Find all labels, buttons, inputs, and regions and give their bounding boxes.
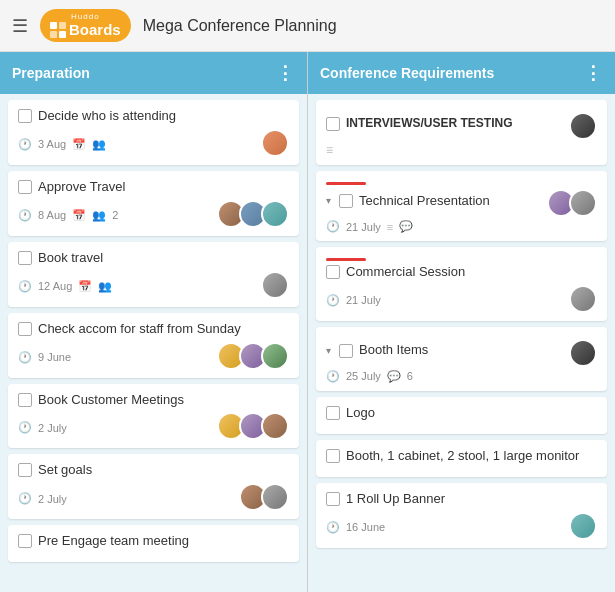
card-checkbox[interactable] [326,406,340,420]
card-date: 3 Aug [38,138,66,150]
avatar [261,483,289,511]
clock-icon: 🕐 [326,220,340,233]
card-logo: Logo [316,397,607,434]
card-checkbox[interactable] [339,344,353,358]
user-count: 2 [112,209,118,221]
card-title: Pre Engage team meeting [38,533,189,550]
card-booth-items: ▾ Booth Items 🕐 25 July 💬 6 [316,327,607,391]
card-date: 21 July [346,294,381,306]
card-checkbox[interactable] [326,117,340,131]
main-content: Preparation ⋮ Decide who is attending 🕐 … [0,52,615,592]
card-meta: 🕐 21 July ≡ 💬 [326,220,597,233]
preparation-column: Preparation ⋮ Decide who is attending 🕐 … [0,52,308,592]
card-checkbox[interactable] [326,449,340,463]
card-date: 25 July [346,370,381,382]
card-avatars [569,339,597,367]
card-title: Booth Items [359,342,428,359]
card-checkbox[interactable] [18,534,32,548]
avatar [261,271,289,299]
logo[interactable]: Huddo Boards [40,9,131,42]
card-meta: 🕐 2 July [18,492,67,505]
clock-icon: 🕐 [326,370,340,383]
priority-bar [326,182,366,185]
chevron-icon[interactable]: ▾ [326,195,331,206]
clock-icon: 🕐 [18,421,32,434]
card-technical-presentation: ▾ Technical Presentation 🕐 21 July ≡ 💬 [316,171,607,241]
card-title: Logo [346,405,375,422]
avatar [569,285,597,313]
user-icon: 👥 [98,280,112,293]
card-title: 1 Roll Up Banner [346,491,445,508]
card-meta: 🕐 16 June [326,521,385,534]
preparation-column-header: Preparation ⋮ [0,52,307,94]
avatar [261,200,289,228]
priority-bar [326,258,366,261]
card-avatars [547,189,597,217]
card-book-customer: Book Customer Meetings 🕐 2 July [8,384,299,449]
clock-icon: 🕐 [18,492,32,505]
card-avatars [217,200,289,228]
card-checkbox[interactable] [326,265,340,279]
card-meta: 🕐 9 June [18,351,71,364]
card-date: 12 Aug [38,280,72,292]
card-avatars [217,412,289,440]
card-title: Booth, 1 cabinet, 2 stool, 1 large monit… [346,448,579,465]
chevron-icon[interactable]: ▾ [326,345,331,356]
card-avatars [217,342,289,370]
card-title: Technical Presentation [359,193,490,210]
comment-icon: 💬 [387,370,401,383]
card-title: Book travel [38,250,103,267]
card-date: 16 June [346,521,385,533]
card-meta: 🕐 12 Aug 📅 👥 [18,280,112,293]
card-title: Approve Travel [38,179,125,196]
card-booth-details: Booth, 1 cabinet, 2 stool, 1 large monit… [316,440,607,477]
card-title: Set goals [38,462,92,479]
calendar-icon: 📅 [72,209,86,222]
card-date: 9 June [38,351,71,363]
card-date: 8 Aug [38,209,66,221]
card-pre-engage: Pre Engage team meeting [8,525,299,562]
card-title: Book Customer Meetings [38,392,184,409]
card-avatars [569,112,597,140]
conference-requirements-menu[interactable]: ⋮ [584,62,603,84]
conference-requirements-title: Conference Requirements [320,65,494,81]
clock-icon: 🕐 [18,280,32,293]
conference-requirements-header: Conference Requirements ⋮ [308,52,615,94]
card-checkbox[interactable] [18,322,32,336]
card-checkbox[interactable] [18,463,32,477]
avatar [569,112,597,140]
card-checkbox[interactable] [18,393,32,407]
conference-requirements-cards: INTERVIEWS/USER TESTING ≡ ▾ Technical Pr… [308,94,615,592]
card-checkbox[interactable] [339,194,353,208]
card-set-goals: Set goals 🕐 2 July [8,454,299,519]
lines-icon: ≡ [387,221,393,233]
preparation-column-title: Preparation [12,65,90,81]
card-commercial-session: Commercial Session 🕐 21 July [316,247,607,321]
card-date: 2 July [38,422,67,434]
card-checkbox[interactable] [18,180,32,194]
preparation-cards: Decide who is attending 🕐 3 Aug 📅 👥 [0,94,307,592]
card-avatars [261,271,289,299]
card-date: 2 July [38,493,67,505]
clock-icon: 🕐 [326,521,340,534]
card-decide-attending: Decide who is attending 🕐 3 Aug 📅 👥 [8,100,299,165]
card-checkbox[interactable] [18,109,32,123]
card-checkbox[interactable] [18,251,32,265]
clock-icon: 🕐 [18,351,32,364]
comment-icon: 💬 [399,220,413,233]
card-title: Decide who is attending [38,108,176,125]
card-date: 21 July [346,221,381,233]
card-interviews: INTERVIEWS/USER TESTING ≡ [316,100,607,165]
card-title: Check accom for staff from Sunday [38,321,241,338]
card-title: INTERVIEWS/USER TESTING [346,116,512,132]
preparation-column-menu[interactable]: ⋮ [276,62,295,84]
card-title: Commercial Session [346,264,465,281]
card-meta: 🕐 21 July [326,294,381,307]
avatar [569,339,597,367]
card-check-accom: Check accom for staff from Sunday 🕐 9 Ju… [8,313,299,378]
menu-icon[interactable]: ☰ [12,15,28,37]
card-meta: 🕐 2 July [18,421,67,434]
card-meta: 🕐 3 Aug 📅 👥 [18,138,106,151]
card-checkbox[interactable] [326,492,340,506]
calendar-icon: 📅 [78,280,92,293]
